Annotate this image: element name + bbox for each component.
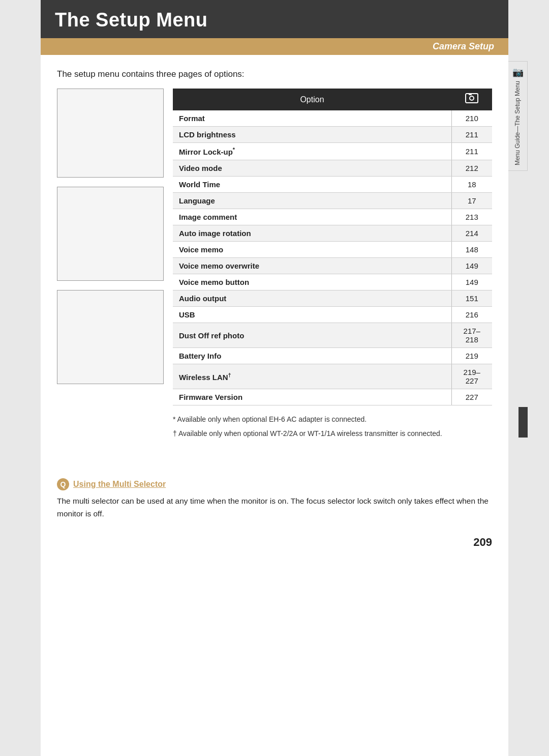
page-num-cell: 214 (451, 225, 492, 242)
options-table: Option Format210LCD brightness211M (173, 89, 492, 405)
page-num-cell: 219–227 (451, 364, 492, 389)
main-content: The setup menu contains three pages of o… (41, 55, 508, 453)
page-num-cell: 148 (451, 242, 492, 258)
table-row: Battery Info219 (173, 348, 492, 364)
col-option-header: Option (173, 89, 451, 110)
option-cell: Auto image rotation (173, 225, 451, 242)
page-num-cell: 212 (451, 160, 492, 177)
option-cell: Audio output (173, 290, 451, 307)
table-row: Firmware Version227 (173, 389, 492, 405)
page-num-cell: 216 (451, 307, 492, 323)
footnote-star: * Available only when optional EH-6 AC a… (173, 414, 492, 425)
bottom-section: Q Using the Multi Selector The multi sel… (41, 478, 508, 531)
image-placeholder-3 (57, 290, 164, 384)
page-title: The Setup Menu (55, 9, 207, 31)
table-row: Auto image rotation214 (173, 225, 492, 242)
image-column (57, 89, 164, 384)
option-cell: Image comment (173, 209, 451, 225)
table-row: Dust Off ref photo217–218 (173, 323, 492, 348)
multi-selector-icon: Q (57, 478, 69, 490)
table-row: Image comment213 (173, 209, 492, 225)
main-layout: Option Format210LCD brightness211M (57, 89, 492, 443)
option-cell: Voice memo overwrite (173, 258, 451, 274)
table-row: Wireless LAN†219–227 (173, 364, 492, 389)
option-cell: Mirror Lock-up* (173, 143, 451, 160)
page-num-cell: 211 (451, 127, 492, 143)
option-cell: LCD brightness (173, 127, 451, 143)
option-cell: Format (173, 110, 451, 127)
using-multi-selector-heading: Q Using the Multi Selector (57, 478, 492, 490)
table-row: Voice memo148 (173, 242, 492, 258)
option-cell: Language (173, 193, 451, 209)
page-num-cell: 211 (451, 143, 492, 160)
option-cell: Wireless LAN† (173, 364, 451, 389)
page-num-cell: 213 (451, 209, 492, 225)
footnote-dagger: † Available only when optional WT-2/2A o… (173, 428, 492, 439)
sidebar-tab: 📷 Menu Guide—The Setup Menu (508, 61, 528, 171)
camera-icon: 📷 (512, 67, 524, 78)
option-cell: Video mode (173, 160, 451, 177)
page-num-cell: 219 (451, 348, 492, 364)
table-row: Video mode212 (173, 160, 492, 177)
table-row: USB216 (173, 307, 492, 323)
subheader: Camera Setup (41, 38, 508, 55)
footnotes: * Available only when optional EH-6 AC a… (173, 414, 492, 440)
dark-tab-marker (518, 407, 528, 438)
option-cell: Voice memo (173, 242, 451, 258)
option-cell: Firmware Version (173, 389, 451, 405)
col-page-header (451, 89, 492, 110)
table-row: Mirror Lock-up*211 (173, 143, 492, 160)
table-row: Language17 (173, 193, 492, 209)
svg-rect-2 (469, 94, 472, 95)
option-cell: Voice memo button (173, 274, 451, 290)
page-num-cell: 227 (451, 389, 492, 405)
page-num-cell: 149 (451, 274, 492, 290)
page-num-cell: 149 (451, 258, 492, 274)
image-placeholder-1 (57, 89, 164, 178)
table-row: Voice memo overwrite149 (173, 258, 492, 274)
page-num-cell: 18 (451, 177, 492, 193)
table-row: World Time18 (173, 177, 492, 193)
table-row: Voice memo button149 (173, 274, 492, 290)
option-cell: Battery Info (173, 348, 451, 364)
intro-text: The setup menu contains three pages of o… (57, 69, 492, 79)
page-num-cell: 151 (451, 290, 492, 307)
svg-point-1 (470, 96, 474, 100)
page-number: 209 (41, 531, 508, 557)
page-num-cell: 17 (451, 193, 492, 209)
table-row: Format210 (173, 110, 492, 127)
multi-selector-title: Using the Multi Selector (73, 480, 166, 489)
table-row: LCD brightness211 (173, 127, 492, 143)
page-header: The Setup Menu (41, 0, 508, 38)
multi-selector-description: The multi selector can be used at any ti… (57, 495, 492, 520)
option-cell: World Time (173, 177, 451, 193)
option-cell: USB (173, 307, 451, 323)
table-row: Audio output151 (173, 290, 492, 307)
option-cell: Dust Off ref photo (173, 323, 451, 348)
image-placeholder-2 (57, 187, 164, 281)
options-table-container: Option Format210LCD brightness211M (173, 89, 492, 443)
page-num-cell: 217–218 (451, 323, 492, 348)
page-num-cell: 210 (451, 110, 492, 127)
sidebar-label: Menu Guide—The Setup Menu (514, 81, 522, 165)
page: The Setup Menu Camera Setup 📷 Menu Guide… (41, 0, 508, 756)
svg-rect-0 (466, 94, 478, 103)
